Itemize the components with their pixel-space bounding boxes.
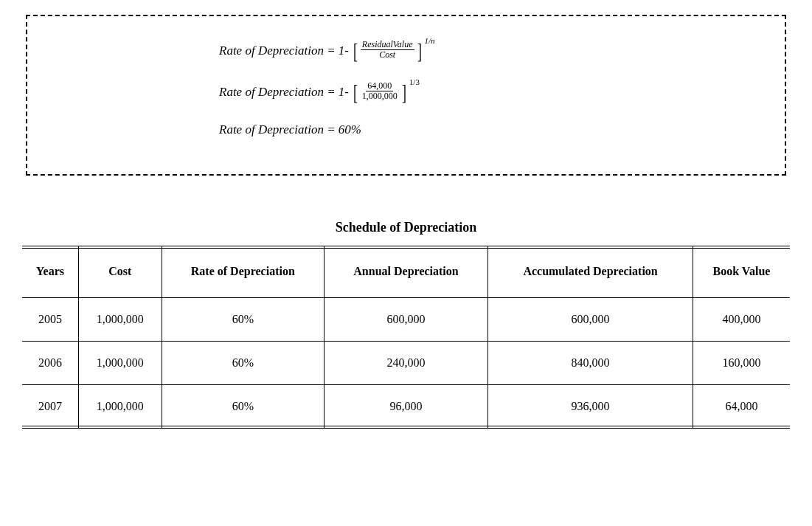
one-minus: 1- [339,44,349,58]
cell-accum: 840,000 [488,341,693,384]
right-bracket-icon: ] [417,40,422,62]
cell-book: 160,000 [693,341,790,384]
exponent-generic: 1/n [425,36,435,45]
cell-annual: 96,000 [324,384,487,428]
col-years: Years [22,246,78,298]
bracket-group: [ ResidualValue Cost ] [352,40,423,62]
residual-mid: esidual [367,39,393,49]
fraction-numerator: ResidualValue [361,40,414,50]
table-row: 2006 1,000,000 60% 240,000 840,000 160,0… [22,341,790,384]
bracket-group: [ 64,000 1,000,000 ] [352,81,408,103]
formula-result-value: 60% [339,122,361,137]
fraction-denominator: 1,000,000 [361,91,399,101]
table-header-row: Years Cost Rate of Depreciation Annual D… [22,246,790,298]
col-cost: Cost [78,246,162,298]
table-row: 2005 1,000,000 60% 600,000 600,000 400,0… [22,297,790,341]
cell-rate: 60% [162,384,324,428]
formula-label: Rate of Depreciation = [219,44,336,58]
cell-cost: 1,000,000 [78,297,162,341]
cell-year: 2005 [22,297,78,341]
exponent-numeric: 1/3 [409,77,420,86]
fraction-numeric: 64,000 1,000,000 [359,81,400,103]
formula-numeric: Rate of Depreciation = 1- [ 64,000 1,000… [219,81,770,103]
one-minus: 1- [339,85,349,100]
formula-result: Rate of Depreciation = 60% [219,122,770,137]
formula-label: Rate of Depreciation = [219,85,336,100]
residual-suffix: alue [398,39,413,49]
cell-year: 2006 [22,341,78,384]
cell-annual: 240,000 [324,341,487,384]
fraction-generic: ResidualValue Cost [359,40,416,62]
left-bracket-icon: [ [353,40,358,62]
depreciation-table: Years Cost Rate of Depreciation Annual D… [22,246,790,429]
col-accumulated: Accumulated Depreciation [488,246,693,298]
formula-result-label: Rate of Depreciation = [219,122,336,137]
cell-accum: 600,000 [488,297,693,341]
cell-annual: 600,000 [324,297,487,341]
table-title: Schedule of Depreciation [22,220,790,235]
table-row: 2007 1,000,000 60% 96,000 936,000 64,000 [22,384,790,428]
right-bracket-icon: ] [402,81,406,103]
cell-book: 64,000 [693,384,790,428]
col-rate: Rate of Depreciation [162,246,324,298]
fraction-numerator: 64,000 [366,81,393,91]
col-annual: Annual Depreciation [324,246,487,298]
fraction-denominator: Cost [378,50,397,60]
cell-accum: 936,000 [488,384,693,428]
cell-rate: 60% [162,297,324,341]
cell-year: 2007 [22,384,78,428]
cell-book: 400,000 [693,297,790,341]
left-bracket-icon: [ [353,81,358,103]
col-book-value: Book Value [693,246,790,298]
cell-cost: 1,000,000 [78,341,162,384]
cell-cost: 1,000,000 [78,384,162,428]
formula-box: Rate of Depreciation = 1- [ ResidualValu… [26,15,786,176]
formula-generic: Rate of Depreciation = 1- [ ResidualValu… [219,40,770,62]
cell-rate: 60% [162,341,324,384]
